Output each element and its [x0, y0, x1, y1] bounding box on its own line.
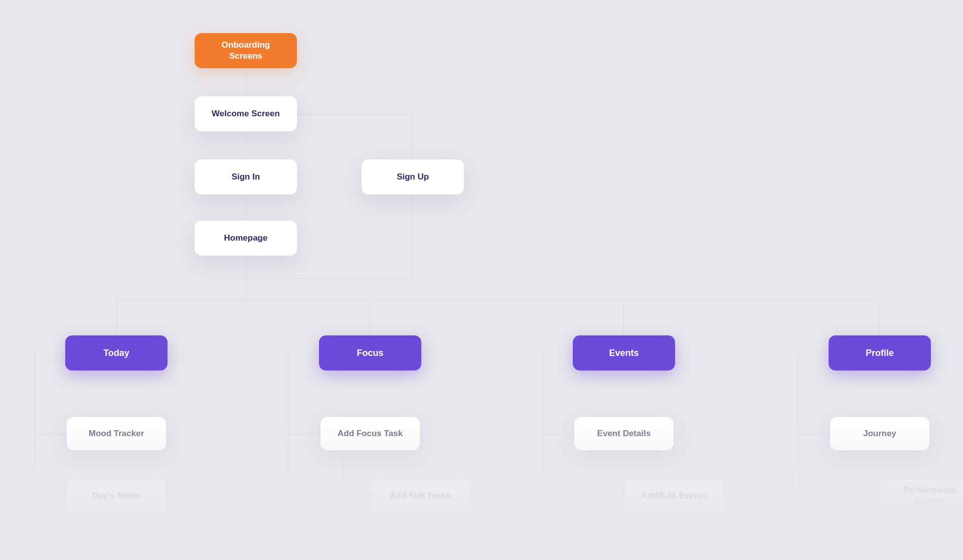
node-profile[interactable]: Profile: [829, 335, 931, 370]
connector: [543, 434, 578, 434]
connector: [245, 195, 246, 221]
connector: [296, 114, 413, 115]
node-homepage[interactable]: Homepage: [195, 221, 297, 256]
node-journey[interactable]: Journey: [830, 417, 929, 450]
node-mood-tracker[interactable]: Mood Tracker: [67, 417, 166, 450]
node-add-edit-events[interactable]: Add/Edit Events: [624, 479, 724, 512]
node-today[interactable]: Today: [65, 335, 168, 370]
connector: [35, 353, 35, 523]
connector: [798, 496, 833, 496]
connector: [288, 434, 323, 434]
connector: [543, 496, 578, 496]
connector: [798, 434, 833, 434]
connector: [879, 300, 880, 335]
node-welcome-screen[interactable]: Welcome Screen: [195, 96, 297, 131]
connector: [245, 68, 246, 97]
node-add-sub-tasks[interactable]: Add Sub Tasks: [371, 479, 470, 512]
node-add-focus-task[interactable]: Add Focus Task: [320, 417, 420, 450]
connector: [116, 300, 117, 335]
node-performance-graphs[interactable]: Performance Graphs: [880, 479, 963, 512]
connector: [370, 300, 370, 335]
connector: [245, 132, 246, 159]
connector: [288, 353, 288, 523]
node-event-details[interactable]: Event Details: [574, 417, 674, 450]
connector: [116, 300, 880, 301]
node-onboarding-screens[interactable]: Onboarding Screens: [195, 33, 297, 68]
node-focus[interactable]: Focus: [319, 335, 421, 370]
node-events[interactable]: Events: [573, 335, 675, 370]
connector: [35, 496, 70, 496]
connector: [343, 451, 344, 496]
node-days-notes[interactable]: Day's Notes: [67, 479, 166, 512]
connector: [35, 434, 70, 434]
connector: [543, 353, 543, 523]
connector: [412, 114, 413, 159]
connector: [412, 195, 413, 278]
connector: [623, 300, 624, 335]
connector: [245, 278, 413, 279]
node-sign-in[interactable]: Sign In: [195, 159, 297, 195]
flowchart-canvas[interactable]: Onboarding Screens Welcome Screen Sign I…: [0, 0, 963, 560]
node-sign-up[interactable]: Sign Up: [362, 159, 464, 195]
connector: [798, 353, 798, 523]
